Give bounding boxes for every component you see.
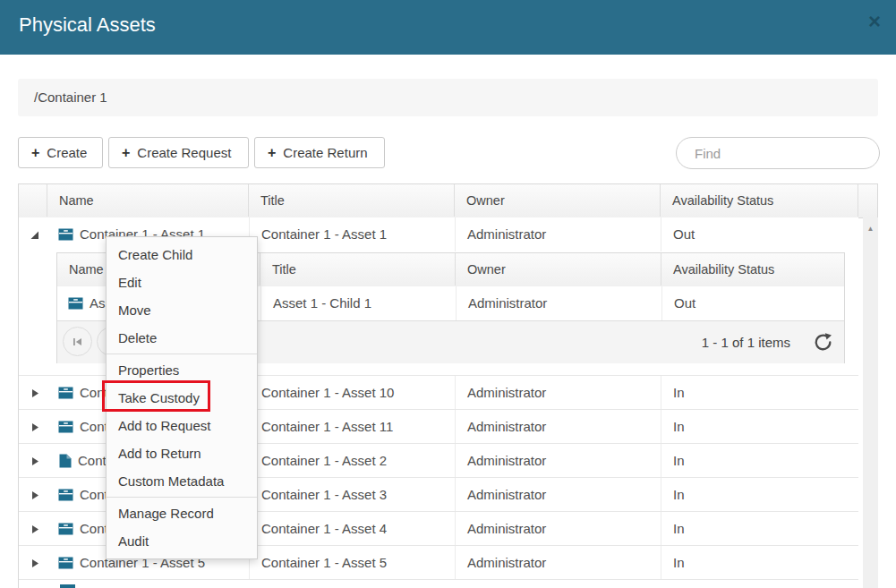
asset-title: Container 1 - Asset 1 [249,217,455,251]
asset-title: Container 1 - Asset 11 [249,410,455,444]
menu-item-manage-record[interactable]: Manage Record [107,499,257,527]
expand-column-header [19,184,47,217]
menu-item-move[interactable]: Move [107,296,257,324]
pager-info: 1 - 1 of 1 items [702,321,790,363]
asset-title: Container 1 - Asset 4 [249,512,455,546]
asset-owner: Administrator [455,444,661,478]
scroll-up-icon[interactable]: ▲ [863,225,878,233]
asset-owner: Administrator [455,410,661,444]
column-header-owner[interactable]: Owner [455,184,661,217]
menu-item-add-to-request[interactable]: Add to Request [107,412,257,439]
child-column-header-owner[interactable]: Owner [456,253,661,285]
plus-icon: + [268,145,276,161]
asset-status: In [661,376,858,410]
asset-owner: Administrator [455,546,661,580]
container-icon [58,556,73,570]
physical-assets-dialog: Physical Assets × /Container 1 + Create … [0,0,896,588]
menu-divider [107,497,257,498]
asset-owner: Administrator [455,376,661,410]
asset-status: In [661,546,858,580]
asset-status: Out [661,217,858,251]
child-column-header-title[interactable]: Title [260,253,456,285]
vertical-scrollbar[interactable]: ▲ [863,217,878,588]
first-page-button[interactable] [63,327,92,356]
file-icon [58,454,72,468]
menu-item-edit[interactable]: Edit [107,268,257,296]
container-icon [58,522,73,536]
menu-item-add-to-return[interactable]: Add to Return [107,439,257,467]
grid-header: Name Title Owner Availability Status [19,184,877,218]
asset-status: In [661,410,858,444]
menu-item-audit[interactable]: Audit [107,527,257,555]
menu-item-delete[interactable]: Delete [107,324,257,352]
create-return-button-label: Create Return [283,145,367,160]
asset-owner: Administrator [455,512,661,546]
plus-icon: + [122,145,130,161]
menu-item-create-child[interactable]: Create Child [107,241,257,268]
asset-title: Container 1 - Asset 5 [249,546,455,580]
context-menu: Create Child Edit Move Delete Properties… [106,236,258,559]
breadcrumb-path: /Container 1 [34,89,107,105]
find-input[interactable] [676,137,880,169]
table-row[interactable] [19,579,858,588]
expand-icon[interactable] [29,558,40,569]
container-icon [58,488,73,502]
container-icon [60,584,75,588]
column-header-availability-status[interactable]: Availability Status [661,184,858,217]
container-icon [68,296,83,311]
scrollbar-header-spacer [858,184,877,217]
column-header-title[interactable]: Title [249,184,455,217]
menu-item-properties[interactable]: Properties [107,356,257,384]
asset-status: In [661,512,858,546]
dialog-titlebar: Physical Assets × [0,0,896,55]
asset-status: In [661,478,858,512]
menu-item-take-custody[interactable]: Take Custody [107,384,257,412]
asset-owner: Administrator [456,286,661,320]
column-header-name[interactable]: Name [47,184,249,217]
expand-icon[interactable] [29,456,40,467]
create-button[interactable]: + Create [18,137,103,168]
expand-icon[interactable] [29,422,40,433]
container-icon [58,420,73,434]
expand-icon[interactable] [29,524,40,535]
breadcrumb: /Container 1 [18,79,878,116]
child-column-header-availability-status[interactable]: Availability Status [661,253,844,285]
container-icon [58,386,73,400]
expand-icon[interactable] [29,388,40,399]
refresh-icon[interactable] [813,332,833,353]
create-button-label: Create [47,145,87,160]
asset-owner: Administrator [455,478,661,512]
create-request-button-label: Create Request [137,145,231,160]
container-icon [58,227,73,242]
asset-title: Container 1 - Asset 2 [249,444,455,478]
asset-status: In [661,444,858,478]
close-icon[interactable]: × [868,11,881,32]
asset-title: Container 1 - Asset 10 [249,376,455,410]
asset-owner: Administrator [455,217,661,251]
dialog-title: Physical Assets [19,13,156,37]
menu-divider [107,354,257,354]
asset-title: Asset 1 - Child 1 [260,286,456,320]
asset-title: Container 1 - Asset 3 [249,478,455,512]
first-page-icon [72,337,83,347]
expand-icon[interactable] [29,490,40,501]
create-request-button[interactable]: + Create Request [108,137,249,168]
menu-item-custom-metadata[interactable]: Custom Metadata [107,467,257,495]
plus-icon: + [31,145,39,161]
collapse-icon[interactable] [29,229,40,241]
asset-status: Out [661,286,844,320]
create-return-button[interactable]: + Create Return [254,137,385,168]
